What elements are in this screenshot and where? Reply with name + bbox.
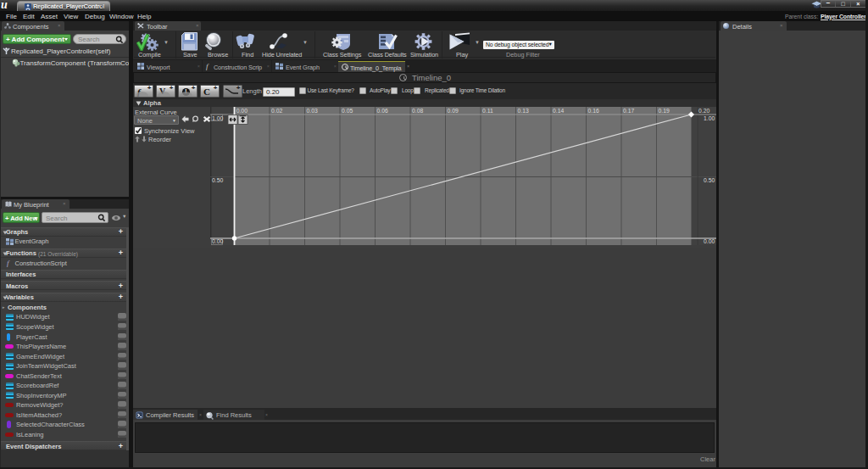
svg-text:0.17: 0.17: [623, 108, 634, 114]
svg-text:0.08: 0.08: [412, 108, 423, 114]
svg-text:1.00: 1.00: [212, 115, 223, 121]
svg-text:0.00: 0.00: [236, 108, 248, 114]
svg-text:0.00: 0.00: [704, 238, 715, 244]
svg-text:0.02: 0.02: [271, 108, 282, 114]
svg-text:0.16: 0.16: [588, 108, 599, 114]
svg-text:0.05: 0.05: [342, 108, 353, 114]
svg-text:0.09: 0.09: [448, 108, 459, 114]
svg-text:0.11: 0.11: [482, 108, 493, 114]
svg-text:1.00: 1.00: [704, 115, 715, 121]
svg-text:0.50: 0.50: [212, 177, 223, 183]
svg-text:0.19: 0.19: [659, 108, 670, 114]
svg-text:0.14: 0.14: [553, 108, 564, 114]
svg-text:0.03: 0.03: [307, 108, 318, 114]
svg-text:0.13: 0.13: [518, 108, 529, 114]
svg-text:0.50: 0.50: [704, 177, 715, 183]
svg-text:0.06: 0.06: [377, 108, 388, 114]
svg-text:0.00: 0.00: [212, 238, 223, 244]
svg-text:0.20: 0.20: [698, 108, 709, 114]
